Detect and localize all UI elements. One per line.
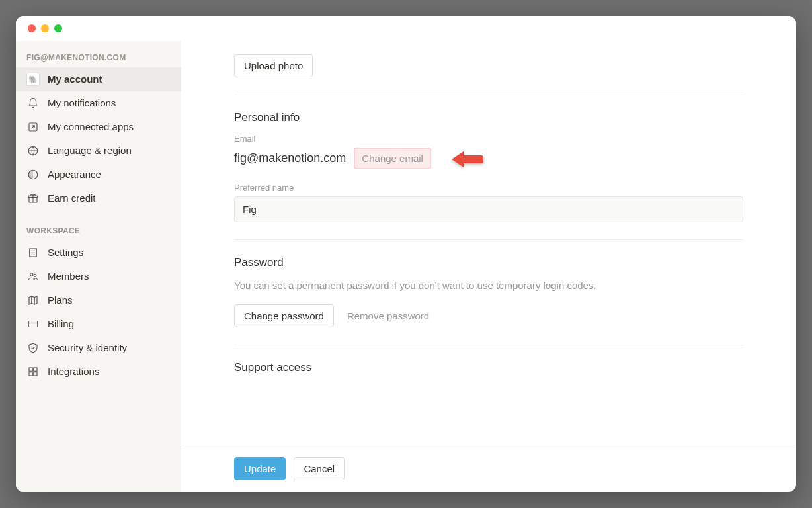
sidebar-workspace-header: WORKSPACE (16, 222, 181, 241)
password-section: Password You can set a permanent passwor… (234, 239, 743, 345)
svg-rect-8 (28, 321, 38, 327)
map-icon (26, 294, 40, 307)
preferred-name-label: Preferred name (234, 183, 743, 192)
people-icon (26, 270, 40, 283)
change-password-button[interactable]: Change password (234, 304, 334, 327)
settings-window: FIG@MAKENOTION.COM 🐘 My account My notif… (16, 16, 796, 492)
sidebar-item-billing[interactable]: Billing (16, 312, 181, 336)
callout-arrow-icon (449, 146, 486, 175)
sidebar-item-label: My notifications (48, 97, 116, 110)
sidebar-item-settings[interactable]: Settings (16, 241, 181, 265)
email-label: Email (234, 134, 743, 144)
password-title: Password (234, 256, 743, 269)
sidebar-item-label: My account (48, 73, 102, 86)
svg-rect-13 (462, 155, 483, 163)
sidebar-item-label: Security & identity (48, 341, 127, 355)
globe-icon (26, 144, 40, 157)
sidebar-item-label: My connected apps (48, 120, 134, 134)
sidebar-item-label: Appearance (48, 168, 101, 181)
svg-point-7 (34, 275, 36, 277)
fullscreen-window-icon[interactable] (54, 24, 62, 32)
update-button[interactable]: Update (234, 457, 286, 480)
sidebar-item-security[interactable]: Security & identity (16, 336, 181, 360)
building-icon (26, 246, 40, 259)
remove-password-link[interactable]: Remove password (345, 306, 432, 325)
svg-point-6 (30, 273, 34, 276)
cancel-button[interactable]: Cancel (294, 457, 345, 480)
footer: Update Cancel (181, 444, 796, 492)
sidebar-item-my-notifications[interactable]: My notifications (16, 91, 181, 115)
main-scroll[interactable]: Upload photo Personal info Email fig@mak… (181, 41, 796, 444)
external-link-icon (26, 120, 40, 134)
content-area: FIG@MAKENOTION.COM 🐘 My account My notif… (16, 41, 796, 492)
titlebar (16, 16, 796, 41)
sidebar-item-appearance[interactable]: Appearance (16, 163, 181, 187)
sidebar-item-language-region[interactable]: Language & region (16, 139, 181, 163)
personal-info-section: Personal info Email fig@makenotion.com C… (234, 95, 743, 239)
support-access-section: Support access (234, 345, 743, 378)
settings-sidebar: FIG@MAKENOTION.COM 🐘 My account My notif… (16, 41, 181, 492)
email-row: fig@makenotion.com Change email (234, 148, 743, 169)
moon-icon (26, 168, 40, 181)
sidebar-item-label: Language & region (48, 144, 132, 157)
email-value: fig@makenotion.com (234, 151, 346, 165)
personal-info-title: Personal info (234, 111, 743, 124)
svg-rect-11 (29, 372, 32, 376)
password-actions: Change password Remove password (234, 304, 743, 327)
sidebar-item-plans[interactable]: Plans (16, 288, 181, 312)
sidebar-item-connected-apps[interactable]: My connected apps (16, 115, 181, 139)
bell-icon (26, 97, 40, 110)
sidebar-item-label: Members (48, 270, 89, 283)
main-panel: Upload photo Personal info Email fig@mak… (181, 41, 796, 492)
password-hint: You can set a permanent password if you … (234, 278, 657, 294)
avatar-icon: 🐘 (26, 73, 40, 86)
sidebar-item-label: Earn credit (48, 192, 96, 205)
svg-rect-9 (29, 368, 32, 371)
sidebar-item-label: Settings (48, 246, 83, 259)
change-email-button[interactable]: Change email (354, 148, 431, 169)
credit-card-icon (26, 318, 40, 331)
sidebar-item-label: Billing (48, 318, 74, 331)
svg-rect-12 (34, 372, 37, 376)
gift-icon (26, 192, 40, 205)
sidebar-item-earn-credit[interactable]: Earn credit (16, 187, 181, 210)
close-window-icon[interactable] (28, 24, 36, 32)
sidebar-account-header: FIG@MAKENOTION.COM (16, 49, 181, 67)
support-access-title: Support access (234, 361, 743, 374)
upload-photo-button[interactable]: Upload photo (234, 54, 313, 77)
sidebar-item-my-account[interactable]: 🐘 My account (16, 67, 181, 91)
minimize-window-icon[interactable] (41, 24, 49, 32)
sidebar-item-label: Plans (48, 294, 73, 307)
sidebar-item-integrations[interactable]: Integrations (16, 360, 181, 384)
sidebar-item-members[interactable]: Members (16, 265, 181, 288)
svg-rect-5 (30, 249, 37, 257)
shield-icon (26, 341, 40, 355)
photo-section: Upload photo (234, 54, 743, 95)
preferred-name-input[interactable] (234, 196, 743, 222)
sidebar-item-label: Integrations (48, 365, 99, 378)
grid-icon (26, 365, 40, 378)
svg-rect-10 (34, 368, 37, 371)
